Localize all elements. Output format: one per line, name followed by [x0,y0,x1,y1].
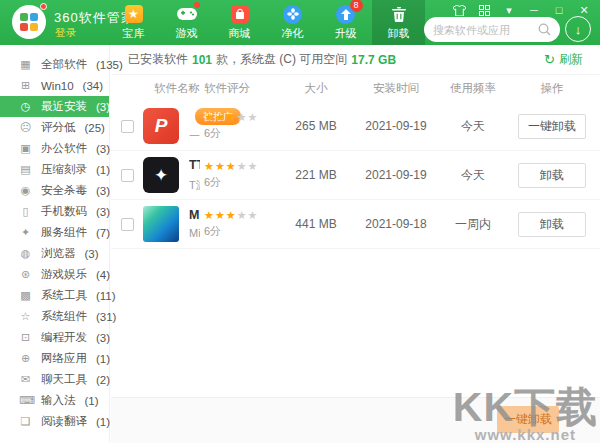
table-row: P 即刻PDF阅读器 被推广 一款pdf阅读器 ★★★★★ 6分 265 MB … [111,102,600,151]
sidebar-item-count: (3) [96,143,110,155]
sidebar-item[interactable]: ▯ 手机数码 (3) [0,201,109,222]
sidebar-item[interactable]: ☹ 评分低 (25) [0,117,109,138]
skin-theme-icon[interactable] [451,3,467,17]
star-rating: ★★★★★ [204,210,282,221]
pdf-reader-app-icon: P [143,108,179,144]
sidebar-item[interactable]: ▦ 全部软件 (135) [0,54,109,75]
tab-treasure[interactable]: ★ 宝库 [107,0,160,45]
browser-icon: ◍ [19,247,32,260]
logo-notification-dot [40,3,47,10]
search-input[interactable] [433,24,538,36]
sidebar-item-count: (3) [96,332,110,344]
installed-count: 101 [192,53,212,67]
app-name: Microsoft Edge WebView2 Runtir [189,208,200,222]
app-description: Microsoft Edge WebView2 控件使... [189,226,200,241]
table-row: Microsoft Edge WebView2 Runtir Microsoft… [111,200,600,249]
summary-middle: 款，系统盘 (C) 可用空间 [216,51,347,68]
star-icon: ★ [226,160,237,172]
sidebar-item[interactable]: ⊡ 编程开发 (3) [0,327,109,348]
sidebar-item[interactable]: ❏ 阅读翻译 (1) [0,411,109,432]
upgrade-count-badge: 8 [350,0,363,12]
star-rating: ★★★★★ [204,112,282,123]
header-size: 大小 [282,81,350,96]
free-space-value: 17.7 GB [351,53,396,67]
tab-games[interactable]: 游戏 [160,0,213,45]
star-icon: ★ [215,160,226,172]
tab-mall[interactable]: 商城 [213,0,266,45]
one-key-uninstall-button[interactable]: 一键卸载 [497,406,559,433]
sidebar-item[interactable]: ⌨ 输入法 (1) [0,390,109,411]
usage-frequency: 今天 [442,167,504,184]
search-icon[interactable] [538,23,551,36]
install-date: 2021-09-19 [350,119,442,133]
sidebar-item-label: 编程开发 [41,330,87,345]
row-checkbox[interactable] [121,218,134,231]
gamepad-icon [177,4,197,24]
purify-fan-icon [283,5,302,24]
sidebar-item[interactable]: ◉ 安全杀毒 (3) [0,180,109,201]
sidebar-item[interactable]: ⊛ 游戏娱乐 (4) [0,264,109,285]
app-name: TT加速器 [189,157,200,174]
row-uninstall-button[interactable]: 一键卸载 [518,114,586,139]
tab-purify[interactable]: 净化 [266,0,319,45]
sidebar-item-count: (3) [96,185,110,197]
reading-icon: ❏ [19,415,32,428]
app-description: T游戏加速器一款专门针对Steam、Or... [189,178,200,193]
notification-dot [194,2,200,8]
row-uninstall-button[interactable]: 卸载 [518,212,586,237]
star-rating: ★★★★★ [204,161,282,172]
header-name: 软件名称 [134,81,204,96]
row-checkbox[interactable] [121,169,134,182]
row-checkbox[interactable] [121,120,134,133]
sidebar-item-count: (1) [85,395,99,407]
sidebar-item-count: (34) [83,80,103,92]
download-manager-button[interactable]: ↓ [565,16,591,42]
summary-prefix: 已安装软件 [128,51,188,68]
install-date: 2021-09-19 [350,168,442,182]
sidebar-item[interactable]: ▩ 系统工具 (11) [0,285,109,306]
sidebar-item-count: (135) [96,59,123,71]
minimize-button[interactable]: ─ [526,3,542,17]
phone-icon: ▯ [19,205,32,218]
refresh-button[interactable]: ↻ 刷新 [544,51,583,68]
sidebar-item-label: 压缩刻录 [41,162,87,177]
maximize-button[interactable]: □ [551,3,567,17]
sidebar-item[interactable]: ✉ 聊天工具 (2) [0,369,109,390]
rating-score: 6分 [204,126,282,141]
sidebar-item-label: 评分低 [41,120,76,135]
title-bar: 360软件管家 登录 ★ 宝库 游戏 商城 净化 [0,0,600,45]
sidebar-item[interactable]: ◷ 最近安装 (3) [0,96,109,117]
header-install-date: 安装时间 [350,81,442,96]
sidebar-item[interactable]: ▤ 压缩刻录 (1) [0,159,109,180]
main-menu-caret-icon[interactable]: ▾ [501,3,517,17]
sidebar-item-label: 聊天工具 [41,372,87,387]
sidebar-item[interactable]: ▣ 办公软件 (3) [0,138,109,159]
sidebar-item[interactable]: ☆ 系统组件 (31) [0,306,109,327]
sidebar-item[interactable]: ✦ 服务组件 (7) [0,222,109,243]
rating-score: 6分 [204,224,282,239]
tab-uninstall[interactable]: 卸载 [372,0,425,45]
login-link[interactable]: 登录 [55,26,76,40]
close-button[interactable]: ✕ [576,3,592,17]
sidebar-item[interactable]: ⊞ Win10 (34) [0,75,109,96]
star-icon: ★ [248,209,259,221]
sidebar-item-count: (4) [96,269,110,281]
sidebar-item-label: 系统工具 [41,288,87,303]
trash-icon [389,4,409,24]
menu-grid-icon[interactable] [476,3,492,17]
services-icon: ✦ [19,226,32,239]
row-uninstall-button[interactable]: 卸载 [518,163,586,188]
software-table: P 即刻PDF阅读器 被推广 一款pdf阅读器 ★★★★★ 6分 265 MB … [111,102,600,249]
tab-upgrade[interactable]: 8 升级 [319,0,372,45]
sidebar-item[interactable]: ◍ 浏览器 (3) [0,243,109,264]
sidebar-item[interactable]: ⊕ 网络应用 (1) [0,348,109,369]
star-icon: ★ [237,160,248,172]
app-description: 一款pdf阅读器 [189,129,200,144]
all-software-grid-icon: ▦ [19,58,32,71]
app-logo[interactable] [12,5,46,39]
star-icon: ★ [215,111,226,123]
sidebar-item-label: 浏览器 [41,246,76,261]
sidebar-item-count: (3) [96,101,110,113]
low-rating-icon: ☹ [19,121,32,134]
search-box[interactable] [424,17,560,42]
